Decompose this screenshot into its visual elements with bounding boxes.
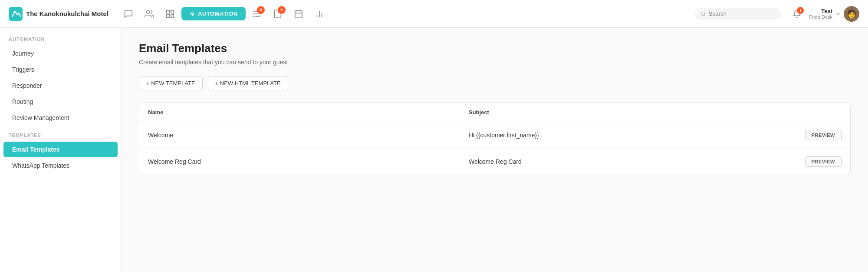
avatar: 🧑 [844, 6, 859, 22]
sidebar-item-routing[interactable]: Routing [3, 94, 118, 109]
notes-badge: 5 [278, 6, 286, 14]
sidebar-item-responder[interactable]: Responder [3, 78, 118, 93]
automation-label: AUTOMATION [198, 10, 238, 17]
automation-nav-button[interactable]: AUTOMATION [181, 7, 246, 20]
search-input[interactable] [709, 10, 776, 17]
top-navigation: The Kanoknukulchai Motel AUTOMATION 5 5 [0, 0, 868, 28]
svg-rect-10 [295, 10, 302, 17]
table-row: Welcome Reg Card Welcome Reg Card PREVIE… [139, 149, 850, 175]
row1-subject: Hi {{customer.first_name}} [460, 124, 781, 146]
brand-name: The Kanoknukulchai Motel [26, 10, 108, 17]
automation-section: AUTOMATION Journey Triggers Responder Ro… [0, 36, 121, 126]
table-header: Name Subject [139, 103, 850, 122]
sidebar-item-email-templates[interactable]: Email Templates [3, 142, 118, 157]
people-nav-button[interactable] [140, 4, 159, 23]
brand-logo-icon [9, 7, 23, 21]
nav-right: ! Test Front Desk 🧑 [789, 6, 859, 22]
notes-nav-button[interactable]: 5 [268, 4, 287, 23]
svg-marker-6 [190, 11, 195, 17]
svg-point-17 [701, 12, 705, 15]
row1-name: Welcome [139, 124, 460, 146]
page-subtitle: Create email templates that you can send… [139, 59, 851, 66]
main-content: Email Templates Create email templates t… [122, 28, 868, 272]
templates-section-label: TEMPLATES [0, 133, 121, 141]
search-icon [700, 11, 706, 17]
calendar-nav-button[interactable] [289, 4, 308, 23]
tasks-badge: 5 [257, 6, 265, 14]
user-info[interactable]: Test Front Desk 🧑 [809, 6, 859, 22]
email-templates-table: Name Subject Welcome Hi {{customer.first… [139, 103, 851, 175]
row1-action: PREVIEW [781, 122, 850, 148]
main-layout: AUTOMATION Journey Triggers Responder Ro… [0, 28, 868, 272]
svg-line-18 [704, 15, 705, 16]
sidebar: AUTOMATION Journey Triggers Responder Ro… [0, 28, 122, 272]
nav-icons: AUTOMATION 5 5 [119, 4, 691, 23]
templates-section: TEMPLATES Email Templates WhatsApp Templ… [0, 133, 121, 173]
apps-nav-button[interactable] [161, 4, 180, 23]
row1-preview-button[interactable]: PREVIEW [805, 130, 842, 140]
col-action-header [781, 103, 850, 122]
chat-nav-button[interactable] [119, 4, 138, 23]
svg-rect-3 [171, 10, 174, 13]
notification-badge: ! [797, 7, 804, 14]
reports-nav-button[interactable] [310, 4, 329, 23]
new-html-template-button[interactable]: + NEW HTML TEMPLATE [208, 76, 288, 90]
new-template-button[interactable]: + NEW TEMPLATE [139, 76, 203, 90]
col-subject-header: Subject [460, 103, 781, 122]
search-box[interactable] [694, 8, 781, 20]
sidebar-item-review-management[interactable]: Review Management [3, 110, 118, 126]
automation-section-label: AUTOMATION [0, 36, 121, 45]
svg-rect-0 [9, 7, 23, 21]
action-buttons: + NEW TEMPLATE + NEW HTML TEMPLATE [139, 76, 851, 90]
sidebar-item-triggers[interactable]: Triggers [3, 62, 118, 77]
notification-button[interactable]: ! [789, 6, 805, 22]
brand[interactable]: The Kanoknukulchai Motel [9, 7, 108, 21]
row2-preview-button[interactable]: PREVIEW [805, 156, 842, 167]
svg-rect-5 [171, 14, 174, 17]
svg-rect-4 [167, 14, 169, 17]
col-name-header: Name [139, 103, 460, 122]
svg-point-1 [147, 10, 150, 13]
table-row: Welcome Hi {{customer.first_name}} PREVI… [139, 122, 850, 149]
row2-subject: Welcome Reg Card [460, 150, 781, 173]
chevron-down-icon [835, 11, 841, 17]
user-role: Front Desk [809, 14, 832, 20]
sidebar-item-whatsapp-templates[interactable]: WhatsApp Templates [3, 158, 118, 173]
row2-name: Welcome Reg Card [139, 150, 460, 173]
user-name: Test [809, 8, 832, 14]
tasks-nav-button[interactable]: 5 [247, 4, 266, 23]
lightning-icon [189, 11, 195, 17]
page-title: Email Templates [139, 42, 851, 55]
row2-action: PREVIEW [781, 149, 850, 175]
svg-rect-2 [167, 10, 169, 13]
sidebar-item-journey[interactable]: Journey [3, 46, 118, 61]
